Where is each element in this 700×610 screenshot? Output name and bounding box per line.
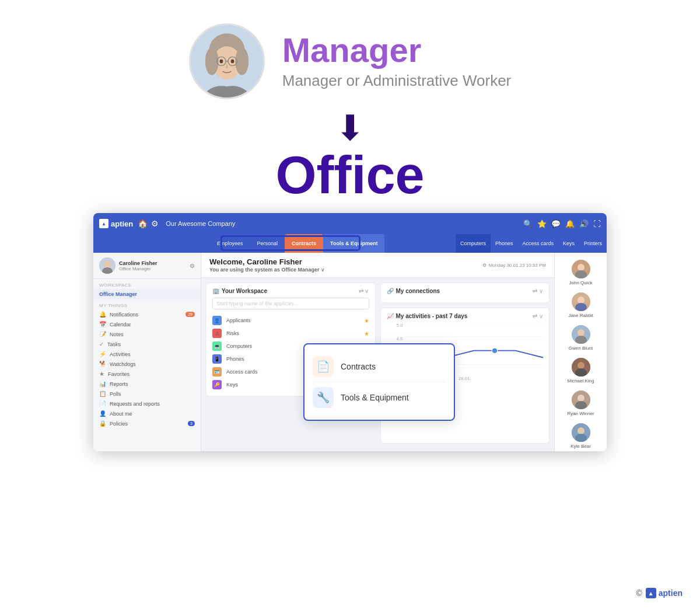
sidebar-about-label: About me xyxy=(110,411,132,417)
activities-icon: ⚡ xyxy=(99,351,106,357)
sidebar-item-policies[interactable]: 🔒 Policies 3 xyxy=(93,419,201,428)
tab-tools[interactable]: Tools & Equipment xyxy=(323,234,384,253)
tab-employees[interactable]: Employees xyxy=(210,234,250,253)
main-content: Welcome, Caroline Fisher You are using t… xyxy=(201,253,554,451)
main-area: Caroline Fisher Office Manager ⚙ Workspa… xyxy=(93,253,607,451)
nav-right-icons: 🔍 ⭐ 💬 🔔 🔊 ⛶ xyxy=(523,219,601,228)
settings-icon[interactable]: ⚙ xyxy=(151,219,159,228)
popup-tools-label: Tools & Equipment xyxy=(341,393,409,402)
top-section: Manager Manager or Administrative Worker… xyxy=(0,0,700,201)
svg-point-32 xyxy=(578,395,584,402)
y-label-45: 4.5 xyxy=(387,336,403,341)
avatar xyxy=(189,23,265,99)
rp-item[interactable]: Jane Rabbit xyxy=(558,289,603,322)
rp-name: Gwen Blunt xyxy=(569,346,593,351)
tab-phones[interactable]: Phones xyxy=(491,234,518,253)
persona-title: Manager xyxy=(282,33,512,67)
access-cards-label[interactable]: Access cards xyxy=(226,369,258,375)
sidebar-item-notifications[interactable]: 🔔 Notifications 29 xyxy=(93,309,201,319)
calendar-icon: 📅 xyxy=(99,321,106,327)
tab-contracts[interactable]: Contracts xyxy=(285,234,323,253)
settings-welcome-icon[interactable]: ⚙ xyxy=(482,263,487,268)
sidebar-item-reports[interactable]: 📊 Reports xyxy=(93,379,201,389)
rp-item[interactable]: John Quick xyxy=(558,256,603,289)
connections-controls[interactable]: ⇄ ∨ xyxy=(533,288,543,294)
sidebar-settings-icon[interactable]: ⚙ xyxy=(190,263,195,269)
svg-point-5 xyxy=(219,60,223,64)
sidebar-item-requests[interactable]: 📄 Requests and reports xyxy=(93,399,201,409)
svg-point-18 xyxy=(492,348,498,354)
policies-badge: 3 xyxy=(188,421,195,426)
aptien-brand: aptien xyxy=(659,588,682,598)
persona-row: Manager Manager or Administrative Worker xyxy=(189,23,512,99)
workspace-widget-title: 🏢 Your Workspace xyxy=(212,288,267,294)
sidebar-user: Caroline Fisher Office Manager ⚙ xyxy=(93,253,201,279)
tab-computers[interactable]: Computers xyxy=(456,234,491,253)
sidebar-policies-label: Policies xyxy=(110,421,128,427)
sidebar-item-about[interactable]: 👤 About me xyxy=(93,409,201,419)
y-label-5: 5.0 xyxy=(387,323,403,328)
search-icon[interactable]: 🔍 xyxy=(523,219,533,228)
svg-point-6 xyxy=(230,60,234,64)
expand-icon[interactable]: ⛶ xyxy=(593,219,601,228)
rp-avatar xyxy=(572,358,590,377)
workspace-search[interactable]: Start typing name of the applican... xyxy=(212,298,369,309)
right-panel: John Quick Jane Rabbit Gwen Blunt Michae… xyxy=(554,253,607,451)
requests-icon: 📄 xyxy=(99,400,106,407)
applicants-label[interactable]: Applicants xyxy=(226,318,251,323)
star-icon[interactable]: ★ xyxy=(364,330,369,337)
notifications-badge: 29 xyxy=(186,312,195,317)
bell-sidebar-icon: 🔔 xyxy=(99,311,106,318)
sidebar-item-notes[interactable]: 📝 Notes xyxy=(93,329,201,339)
tab-personal[interactable]: Personal xyxy=(250,234,285,253)
sidebar-notes-label: Notes xyxy=(110,332,124,337)
rp-name: Kyle Bear xyxy=(570,444,591,449)
sidebar-item-tasks[interactable]: ✓ Tasks xyxy=(93,339,201,349)
risks-label[interactable]: Risks xyxy=(226,330,239,336)
persona-subtitle: Manager or Administrative Worker xyxy=(282,72,512,90)
bell-icon[interactable]: 🔔 xyxy=(565,219,575,228)
home-icon[interactable]: 🏠 xyxy=(138,219,148,228)
chat-icon[interactable]: 💬 xyxy=(551,219,561,228)
sidebar-item-favorites[interactable]: ★ Favorites xyxy=(93,369,201,379)
rp-item[interactable]: Michael King xyxy=(558,354,603,387)
star-icon[interactable]: ★ xyxy=(364,318,369,324)
rp-item[interactable]: Ryan Winner xyxy=(558,387,603,420)
sidebar-item-polls[interactable]: 📋 Polls xyxy=(93,389,201,399)
sidebar-office-manager[interactable]: Office Manager xyxy=(93,289,201,299)
logo-text: aptien xyxy=(111,219,133,228)
rp-name: Michael King xyxy=(568,378,594,384)
polls-icon: 📋 xyxy=(99,391,106,397)
computers-label[interactable]: Computers xyxy=(226,343,252,349)
tasks-icon: ✓ xyxy=(99,341,104,347)
rp-avatar xyxy=(572,391,590,409)
volume-icon[interactable]: 🔊 xyxy=(579,219,589,228)
welcome-date: ⚙ Monday 30.01.23 10:33 PM xyxy=(482,263,546,268)
sidebar-activities-label: Activities xyxy=(110,351,131,357)
keys-label[interactable]: Keys xyxy=(226,382,238,388)
connections-icon: 🔗 xyxy=(387,288,394,294)
sidebar-item-calendar[interactable]: 📅 Calendar xyxy=(93,319,201,329)
workspace-controls[interactable]: ⇄ ∨ xyxy=(359,288,369,294)
phones-label[interactable]: Phones xyxy=(226,356,244,362)
star-nav-icon[interactable]: ⭐ xyxy=(537,219,547,228)
welcome-subtitle: You are using the system as Office Manag… xyxy=(209,267,325,273)
rp-item[interactable]: Gwen Blunt xyxy=(558,322,603,354)
popup-item-contracts[interactable]: 📄 Contracts xyxy=(313,351,446,382)
nav-icons: 🏠 ⚙ xyxy=(138,219,159,228)
tab-keys[interactable]: Keys xyxy=(558,234,579,253)
tab-printers[interactable]: Printers xyxy=(579,234,607,253)
sidebar-user-role: Office Manager xyxy=(119,266,186,271)
sidebar-item-watchdogs[interactable]: 🐕 Watchdogs xyxy=(93,359,201,369)
activities-controls[interactable]: ⇄ ∨ xyxy=(533,313,543,319)
welcome-title: Welcome, Caroline Fisher xyxy=(209,257,325,266)
persona-info: Manager Manager or Administrative Worker xyxy=(282,33,512,90)
tab-access-cards[interactable]: Access cards xyxy=(517,234,558,253)
favorites-icon: ★ xyxy=(99,371,104,377)
sidebar-item-activities[interactable]: ⚡ Activities xyxy=(93,349,201,359)
popup-contracts-label: Contracts xyxy=(341,362,376,371)
popup-item-tools[interactable]: 🔧 Tools & Equipment xyxy=(313,382,446,413)
sidebar-user-info: Caroline Fisher Office Manager xyxy=(119,260,186,271)
rp-item[interactable]: Kyle Bear xyxy=(558,420,603,451)
aptien-logo-icon: ▲ xyxy=(646,588,656,598)
